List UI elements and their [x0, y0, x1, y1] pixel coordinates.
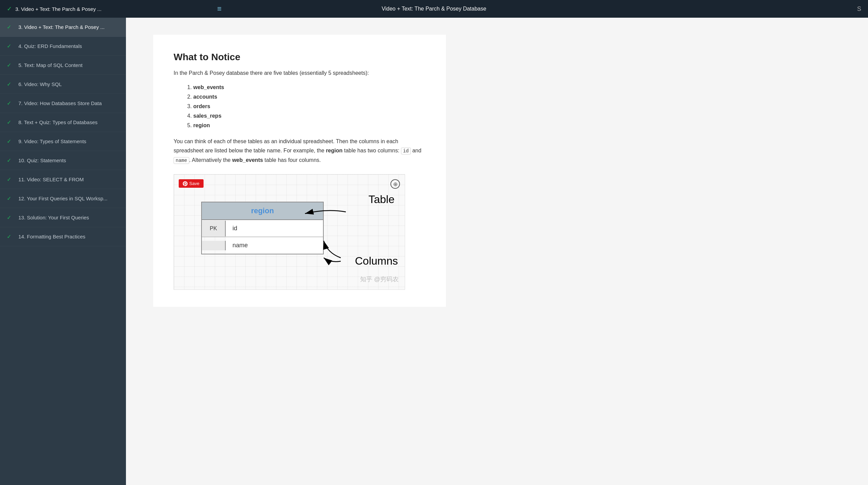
check-icon-4: ✓ — [7, 43, 14, 49]
table-name-1: web_events — [193, 84, 224, 90]
top-header: ✓ 3. Video + Text: The Parch & Posey ...… — [0, 0, 868, 18]
pinterest-icon — [183, 181, 188, 186]
expand-icon[interactable]: ⊕ — [390, 179, 400, 189]
check-icon-8: ✓ — [7, 119, 14, 126]
sidebar-label-8: 8. Text + Quiz: Types of Databases — [18, 119, 119, 125]
watermark: 知乎 @穷码农 — [360, 275, 399, 283]
content-area: What to Notice In the Parch & Posey data… — [126, 18, 868, 485]
check-icon-5: ✓ — [7, 62, 14, 68]
sidebar-item-12[interactable]: ✓ 12. Your First Queries in SQL Worksp..… — [0, 189, 126, 208]
sidebar-label-9: 9. Video: Types of Statements — [18, 138, 119, 144]
list-item-4: sales_reps — [187, 113, 425, 119]
hamburger-icon[interactable]: ≡ — [217, 4, 222, 13]
erd-col-name: name — [226, 237, 323, 254]
body-paragraph: You can think of each of these tables as… — [174, 137, 425, 165]
header-title: Video + Text: The Parch & Posey Database — [382, 6, 486, 12]
sidebar-label-11: 11. Video: SELECT & FROM — [18, 177, 119, 182]
erd-diagram: Save ⊕ region PK id name — [174, 174, 405, 290]
sidebar-label-4: 4. Quiz: ERD Fundamentals — [18, 43, 119, 49]
list-item-5: region — [187, 122, 425, 129]
erd-pk-name — [202, 241, 226, 250]
current-item-header: ✓ 3. Video + Text: The Parch & Posey ... — [7, 5, 101, 13]
sidebar-item-11[interactable]: ✓ 11. Video: SELECT & FROM — [0, 170, 126, 189]
sidebar-item-3[interactable]: ✓ 3. Video + Text: The Parch & Posey ... — [0, 18, 126, 37]
sidebar: ✓ 3. Video + Text: The Parch & Posey ...… — [0, 18, 126, 485]
content-inner: What to Notice In the Parch & Posey data… — [153, 35, 446, 307]
table-name-3: orders — [193, 103, 210, 109]
erd-row-id: PK id — [202, 220, 323, 237]
sidebar-item-6[interactable]: ✓ 6. Video: Why SQL — [0, 75, 126, 94]
table-name-5: region — [193, 122, 210, 128]
check-icon-13: ✓ — [7, 214, 14, 221]
code-name: name — [174, 157, 189, 164]
table-name-4: sales_reps — [193, 113, 222, 119]
check-icon-6: ✓ — [7, 81, 14, 87]
sidebar-item-7[interactable]: ✓ 7. Video: How Databases Store Data — [0, 94, 126, 113]
sidebar-item-13[interactable]: ✓ 13. Solution: Your First Queries — [0, 208, 126, 227]
check-icon-7: ✓ — [7, 100, 14, 106]
tables-list: web_events accounts orders sales_reps re… — [174, 84, 425, 129]
sidebar-label-13: 13. Solution: Your First Queries — [18, 215, 119, 220]
bold-web-events: web_events — [232, 157, 263, 163]
sidebar-item-9[interactable]: ✓ 9. Video: Types of Statements — [0, 132, 126, 151]
check-icon-9: ✓ — [7, 138, 14, 145]
sidebar-item-10[interactable]: ✓ 10. Quiz: Statements — [0, 151, 126, 170]
sidebar-item-14[interactable]: ✓ 14. Formatting Best Practices — [0, 227, 126, 246]
erd-col-id: id — [226, 220, 323, 237]
save-label: Save — [189, 181, 199, 186]
sidebar-label-5: 5. Text: Map of SQL Content — [18, 62, 119, 68]
erd-table-body: PK id name — [201, 220, 324, 254]
list-item-3: orders — [187, 103, 425, 110]
sidebar-label-12: 12. Your First Queries in SQL Worksp... — [18, 196, 119, 201]
sidebar-item-8[interactable]: ✓ 8. Text + Quiz: Types of Databases — [0, 113, 126, 132]
erd-region-table: region PK id name — [201, 202, 324, 254]
intro-paragraph: In the Parch & Posey database there are … — [174, 69, 425, 78]
check-icon-10: ✓ — [7, 157, 14, 164]
check-icon-11: ✓ — [7, 176, 14, 183]
main-layout: ✓ 3. Video + Text: The Parch & Posey ...… — [0, 18, 868, 485]
header-right-button[interactable]: S — [857, 5, 861, 13]
check-icon-14: ✓ — [7, 233, 14, 240]
check-icon-12: ✓ — [7, 195, 14, 202]
check-icon-3: ✓ — [7, 24, 14, 30]
erd-pk-id: PK — [202, 221, 226, 236]
header-current-label: 3. Video + Text: The Parch & Posey ... — [15, 6, 101, 12]
sidebar-label-14: 14. Formatting Best Practices — [18, 234, 119, 239]
page-title: What to Notice — [174, 52, 425, 63]
sidebar-label-7: 7. Video: How Databases Store Data — [18, 100, 119, 106]
list-item-2: accounts — [187, 94, 425, 100]
header-check-icon: ✓ — [7, 5, 12, 13]
diagram-table-label: Table — [369, 193, 395, 206]
erd-table-header: region — [201, 202, 324, 220]
sidebar-item-5[interactable]: ✓ 5. Text: Map of SQL Content — [0, 56, 126, 75]
list-item-1: web_events — [187, 84, 425, 90]
code-id: id — [401, 148, 411, 154]
erd-row-name: name — [202, 237, 323, 254]
diagram-columns-label: Columns — [355, 255, 398, 267]
sidebar-label-6: 6. Video: Why SQL — [18, 81, 119, 87]
save-button[interactable]: Save — [179, 179, 204, 188]
table-name-2: accounts — [193, 94, 217, 100]
bold-region: region — [326, 148, 342, 153]
sidebar-label-10: 10. Quiz: Statements — [18, 157, 119, 163]
sidebar-item-4[interactable]: ✓ 4. Quiz: ERD Fundamentals — [0, 37, 126, 56]
sidebar-label-3: 3. Video + Text: The Parch & Posey ... — [18, 24, 119, 30]
